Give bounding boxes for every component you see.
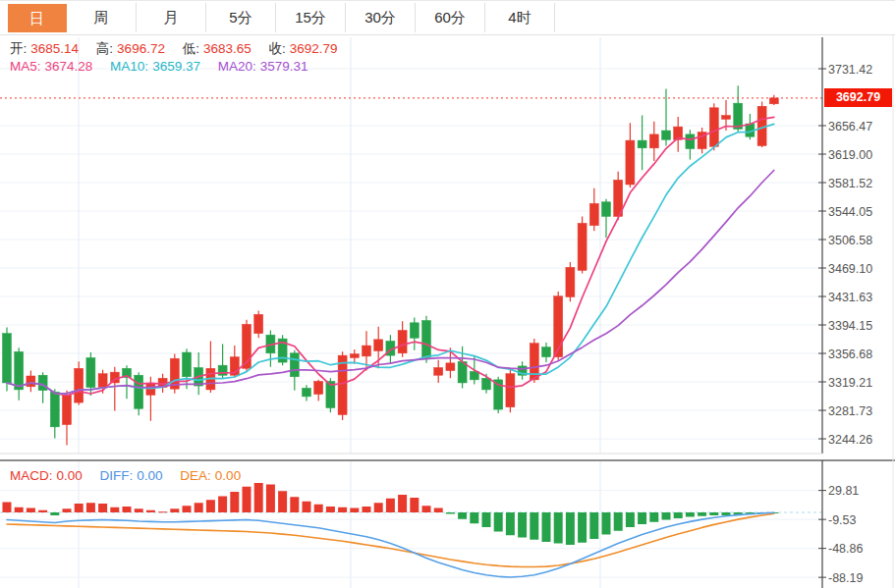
- macd-readout: MACD:0.00 DIFF:0.00 DEA:0.00: [10, 468, 245, 483]
- low-label: 低:: [183, 41, 199, 56]
- ma-readout: MA5:3674.28 MA10:3659.37 MA20:3579.31: [10, 59, 312, 74]
- chart-canvas[interactable]: 3731.423656.473619.003581.523544.053506.…: [0, 0, 895, 588]
- ma20-label: MA20:: [218, 59, 256, 74]
- tab-15min[interactable]: 15分: [276, 3, 346, 32]
- tab-4hour[interactable]: 4时: [485, 3, 555, 32]
- dea-label: DEA:: [180, 468, 211, 483]
- trading-chart-app: 3731.423656.473619.003581.523544.053506.…: [0, 0, 895, 588]
- high-value: 3696.72: [117, 41, 165, 56]
- svg-text:-88.19: -88.19: [828, 571, 863, 585]
- svg-text:-48.86: -48.86: [828, 542, 863, 556]
- svg-text:3581.52: 3581.52: [828, 177, 872, 190]
- current-price-flag: 3692.79: [824, 88, 892, 107]
- svg-text:3281.73: 3281.73: [828, 404, 872, 418]
- tab-month[interactable]: 月: [137, 3, 206, 32]
- macd-value: 0.00: [57, 468, 83, 483]
- svg-text:3731.42: 3731.42: [828, 63, 872, 77]
- svg-text:3319.21: 3319.21: [828, 376, 872, 390]
- tab-30min[interactable]: 30分: [346, 3, 416, 32]
- open-value: 3685.14: [30, 41, 79, 56]
- svg-text:3431.63: 3431.63: [828, 291, 872, 304]
- period-tabbar: 日 周 月 5分 15分 30分 60分 4时: [0, 0, 895, 35]
- ma10-value: 3659.37: [152, 59, 200, 74]
- ma5-value: 3674.28: [45, 59, 93, 74]
- svg-text:3244.26: 3244.26: [828, 433, 872, 447]
- high-label: 高:: [96, 41, 113, 56]
- open-label: 开:: [10, 41, 27, 56]
- low-value: 3683.65: [203, 41, 252, 56]
- diff-value: 0.00: [137, 468, 162, 483]
- tab-week[interactable]: 周: [67, 3, 137, 32]
- svg-text:-9.53: -9.53: [828, 513, 857, 527]
- tab-60min[interactable]: 60分: [416, 3, 485, 32]
- ma10-label: MA10:: [110, 59, 148, 74]
- svg-text:3469.10: 3469.10: [828, 262, 872, 276]
- close-value: 3692.79: [290, 41, 338, 56]
- dea-value: 0.00: [215, 468, 241, 483]
- svg-text:3619.00: 3619.00: [828, 148, 872, 162]
- svg-text:3394.15: 3394.15: [828, 319, 872, 333]
- ohlc-readout: 开:3685.14 高:3696.72 低:3683.65 收:3692.79: [10, 40, 342, 58]
- diff-label: DIFF:: [100, 468, 134, 483]
- ma5-label: MA5:: [10, 59, 41, 74]
- ma20-value: 3579.31: [260, 59, 308, 74]
- tab-5min[interactable]: 5分: [206, 3, 276, 32]
- svg-text:3544.05: 3544.05: [828, 205, 872, 219]
- macd-label: MACD:: [10, 468, 53, 483]
- svg-text:3656.47: 3656.47: [828, 120, 872, 134]
- tab-day[interactable]: 日: [8, 4, 67, 32]
- svg-text:29.81: 29.81: [828, 484, 859, 498]
- close-label: 收:: [269, 41, 286, 56]
- svg-text:3356.68: 3356.68: [828, 347, 872, 361]
- svg-text:3506.58: 3506.58: [828, 234, 872, 247]
